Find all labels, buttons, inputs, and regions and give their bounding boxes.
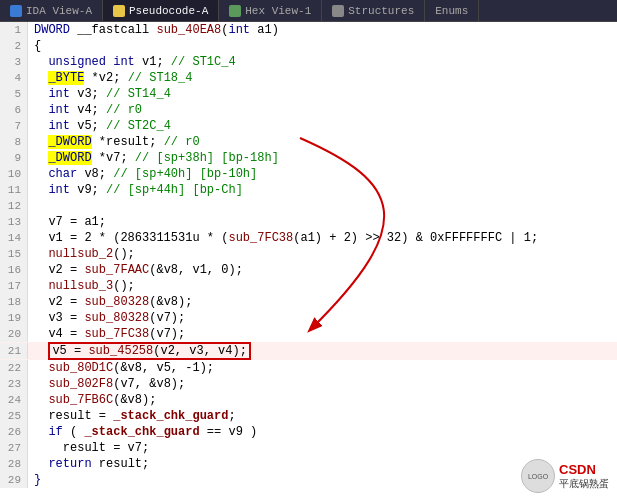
line-content-6: int v4; // r0 bbox=[28, 102, 617, 118]
tab-hex-label: Hex View-1 bbox=[245, 5, 311, 17]
line-content-2: { bbox=[28, 38, 617, 54]
code-line-20: 20 v4 = sub_7FC38(v7); bbox=[0, 326, 617, 342]
tab-ida-view[interactable]: IDA View-A bbox=[0, 0, 103, 21]
watermark-logo: LOGO bbox=[521, 459, 555, 493]
code-line-5: 5 int v3; // ST14_4 bbox=[0, 86, 617, 102]
code-line-11: 11 int v9; // [sp+44h] [bp-Ch] bbox=[0, 182, 617, 198]
line-content-19: v3 = sub_80328(v7); bbox=[28, 310, 617, 326]
line-num-3: 3 bbox=[0, 54, 28, 70]
tab-enums-label: Enums bbox=[435, 5, 468, 17]
line-num-11: 11 bbox=[0, 182, 28, 198]
line-num-14: 14 bbox=[0, 230, 28, 246]
code-line-1: 1 DWORD __fastcall sub_40EA8(int a1) bbox=[0, 22, 617, 38]
line-content-26: if ( _stack_chk_guard == v9 ) bbox=[28, 424, 617, 440]
code-line-16: 16 v2 = sub_7FAAC(&v8, v1, 0); bbox=[0, 262, 617, 278]
code-line-7: 7 int v5; // ST2C_4 bbox=[0, 118, 617, 134]
code-line-3: 3 unsigned int v1; // ST1C_4 bbox=[0, 54, 617, 70]
line-num-5: 5 bbox=[0, 86, 28, 102]
code-line-12: 12 bbox=[0, 198, 617, 214]
watermark-csdn-text: CSDN bbox=[559, 462, 596, 477]
line-num-16: 16 bbox=[0, 262, 28, 278]
line-num-6: 6 bbox=[0, 102, 28, 118]
line-num-21: 21 bbox=[0, 343, 28, 359]
line-num-24: 24 bbox=[0, 392, 28, 408]
line-num-18: 18 bbox=[0, 294, 28, 310]
hex-view-icon bbox=[229, 5, 241, 17]
line-num-12: 12 bbox=[0, 198, 28, 214]
tab-struct-label: Structures bbox=[348, 5, 414, 17]
code-line-14: 14 v1 = 2 * (2863311531u * (sub_7FC38(a1… bbox=[0, 230, 617, 246]
line-content-21: v5 = sub_45258(v2, v3, v4); bbox=[28, 342, 617, 360]
line-num-17: 17 bbox=[0, 278, 28, 294]
line-content-9: _DWORD *v7; // [sp+38h] [bp-18h] bbox=[28, 150, 617, 166]
line-content-17: nullsub_3(); bbox=[28, 278, 617, 294]
code-line-21: 21 v5 = sub_45258(v2, v3, v4); bbox=[0, 342, 617, 360]
line-content-10: char v8; // [sp+40h] [bp-10h] bbox=[28, 166, 617, 182]
line-num-20: 20 bbox=[0, 326, 28, 342]
line-num-7: 7 bbox=[0, 118, 28, 134]
code-line-24: 24 sub_7FB6C(&v8); bbox=[0, 392, 617, 408]
line-num-10: 10 bbox=[0, 166, 28, 182]
code-line-4: 4 _BYTE *v2; // ST18_4 bbox=[0, 70, 617, 86]
line-content-23: sub_802F8(v7, &v8); bbox=[28, 376, 617, 392]
tab-ida-label: IDA View-A bbox=[26, 5, 92, 17]
line-content-22: sub_80D1C(&v8, v5, -1); bbox=[28, 360, 617, 376]
line-content-8: _DWORD *result; // r0 bbox=[28, 134, 617, 150]
code-line-22: 22 sub_80D1C(&v8, v5, -1); bbox=[0, 360, 617, 376]
line-content-13: v7 = a1; bbox=[28, 214, 617, 230]
line-content-18: v2 = sub_80328(&v8); bbox=[28, 294, 617, 310]
tab-pseudocode[interactable]: Pseudocode-A bbox=[103, 0, 219, 21]
line-num-29: 29 bbox=[0, 472, 28, 488]
ida-view-icon bbox=[10, 5, 22, 17]
line-content-5: int v3; // ST14_4 bbox=[28, 86, 617, 102]
line-content-14: v1 = 2 * (2863311531u * (sub_7FC38(a1) +… bbox=[28, 230, 617, 246]
line-content-12 bbox=[28, 198, 617, 214]
line-num-15: 15 bbox=[0, 246, 28, 262]
line-content-3: unsigned int v1; // ST1C_4 bbox=[28, 54, 617, 70]
line-num-23: 23 bbox=[0, 376, 28, 392]
line-content-1[interactable]: DWORD __fastcall sub_40EA8(int a1) bbox=[28, 22, 617, 38]
tab-bar: IDA View-A Pseudocode-A Hex View-1 Struc… bbox=[0, 0, 617, 22]
pseudocode-icon bbox=[113, 5, 125, 17]
watermark-user-text: 平底锅熟蛋 bbox=[559, 477, 609, 491]
watermark: LOGO CSDN 平底锅熟蛋 bbox=[521, 459, 609, 493]
code-line-2: 2 { bbox=[0, 38, 617, 54]
line-num-19: 19 bbox=[0, 310, 28, 326]
line-num-8: 8 bbox=[0, 134, 28, 150]
tab-structures[interactable]: Structures bbox=[322, 0, 425, 21]
code-line-27: 27 result = v7; bbox=[0, 440, 617, 456]
line-content-11: int v9; // [sp+44h] [bp-Ch] bbox=[28, 182, 617, 198]
line-content-24: sub_7FB6C(&v8); bbox=[28, 392, 617, 408]
line-content-16: v2 = sub_7FAAC(&v8, v1, 0); bbox=[28, 262, 617, 278]
tab-pseudo-label: Pseudocode-A bbox=[129, 5, 208, 17]
line-num-2: 2 bbox=[0, 38, 28, 54]
code-line-18: 18 v2 = sub_80328(&v8); bbox=[0, 294, 617, 310]
tab-hex-view[interactable]: Hex View-1 bbox=[219, 0, 322, 21]
code-line-6: 6 int v4; // r0 bbox=[0, 102, 617, 118]
line-content-25: result = _stack_chk_guard; bbox=[28, 408, 617, 424]
code-line-26: 26 if ( _stack_chk_guard == v9 ) bbox=[0, 424, 617, 440]
line-num-22: 22 bbox=[0, 360, 28, 376]
line-num-27: 27 bbox=[0, 440, 28, 456]
line-num-28: 28 bbox=[0, 456, 28, 472]
line-content-7: int v5; // ST2C_4 bbox=[28, 118, 617, 134]
line-content-15: nullsub_2(); bbox=[28, 246, 617, 262]
code-line-25: 25 result = _stack_chk_guard; bbox=[0, 408, 617, 424]
line-num-26: 26 bbox=[0, 424, 28, 440]
code-line-15: 15 nullsub_2(); bbox=[0, 246, 617, 262]
code-line-10: 10 char v8; // [sp+40h] [bp-10h] bbox=[0, 166, 617, 182]
code-line-19: 19 v3 = sub_80328(v7); bbox=[0, 310, 617, 326]
code-line-23: 23 sub_802F8(v7, &v8); bbox=[0, 376, 617, 392]
line-num-13: 13 bbox=[0, 214, 28, 230]
line-content-4: _BYTE *v2; // ST18_4 bbox=[28, 70, 617, 86]
code-line-9: 9 _DWORD *v7; // [sp+38h] [bp-18h] bbox=[0, 150, 617, 166]
code-line-17: 17 nullsub_3(); bbox=[0, 278, 617, 294]
line-content-20: v4 = sub_7FC38(v7); bbox=[28, 326, 617, 342]
structures-icon bbox=[332, 5, 344, 17]
code-line-13: 13 v7 = a1; bbox=[0, 214, 617, 230]
code-line-8: 8 _DWORD *result; // r0 bbox=[0, 134, 617, 150]
line-content-27: result = v7; bbox=[28, 440, 617, 456]
tab-enums[interactable]: Enums bbox=[425, 0, 479, 21]
line-num-1: 1 bbox=[0, 22, 28, 38]
code-area: 1 DWORD __fastcall sub_40EA8(int a1) 2 {… bbox=[0, 22, 617, 501]
